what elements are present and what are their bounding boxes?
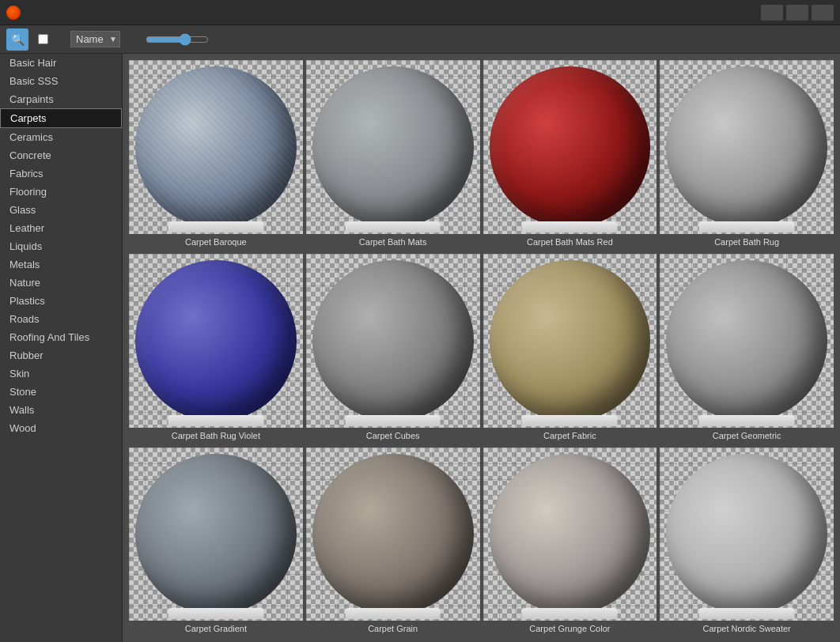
sidebar-item-fabrics[interactable]: Fabrics — [0, 164, 122, 183]
material-sphere — [666, 260, 827, 421]
toolbar: 🔍 Name Date Size ▼ — [0, 25, 840, 54]
favorite-only-checkbox[interactable] — [38, 34, 48, 44]
material-label: Carpet Nordic Sweater — [660, 621, 834, 637]
search-button[interactable]: 🔍 — [6, 28, 28, 51]
pedestal — [345, 608, 441, 619]
material-label: Carpet Grain — [306, 621, 480, 637]
pedestal — [168, 221, 263, 232]
app-icon — [6, 6, 21, 20]
sidebar-item-roads[interactable]: Roads — [0, 310, 122, 328]
material-item-carpet-grain[interactable]: Carpet Grain — [306, 448, 480, 638]
minimize-button[interactable] — [761, 5, 783, 21]
sidebar-item-wood[interactable]: Wood — [0, 419, 122, 437]
sidebar-item-plastics[interactable]: Plastics — [0, 292, 122, 310]
pedestal — [345, 221, 441, 232]
material-item-carpet-geometric[interactable]: Carpet Geometric — [660, 254, 834, 444]
material-item-carpet-baroque[interactable]: Carpet Baroque — [129, 60, 303, 251]
material-label: Carpet Bath Rug Violet — [129, 428, 303, 444]
material-item-carpet-bath-mats[interactable]: Carpet Bath Mats — [306, 60, 480, 251]
sidebar-item-leather[interactable]: Leather — [0, 219, 122, 237]
size-slider[interactable] — [146, 33, 209, 46]
material-sphere — [312, 66, 474, 228]
pedestal — [522, 415, 618, 426]
sidebar-item-rubber[interactable]: Rubber — [0, 346, 122, 364]
sidebar: Basic HairBasic SSSCarpaintsCarpetsCeram… — [0, 54, 123, 642]
sidebar-item-basic-sss[interactable]: Basic SSS — [0, 72, 122, 90]
main-layout: Basic HairBasic SSSCarpaintsCarpetsCeram… — [0, 54, 840, 642]
material-label: Carpet Cubes — [306, 428, 480, 444]
pedestal — [168, 415, 263, 426]
window-controls — [761, 5, 834, 21]
sort-select[interactable]: Name Date Size — [70, 31, 120, 47]
pedestal — [699, 415, 795, 426]
material-label: Carpet Gradient — [129, 621, 303, 637]
sidebar-item-metals[interactable]: Metals — [0, 255, 122, 274]
sidebar-item-concrete[interactable]: Concrete — [0, 146, 122, 164]
material-sphere — [666, 454, 827, 615]
pedestal — [168, 608, 263, 619]
material-label: Carpet Fabric — [483, 428, 657, 444]
material-item-carpet-cubes[interactable]: Carpet Cubes — [306, 254, 480, 444]
sidebar-item-basic-hair[interactable]: Basic Hair — [0, 54, 122, 72]
pedestal — [522, 608, 618, 619]
material-sphere — [135, 454, 297, 615]
material-item-carpet-bath-mats-red[interactable]: Carpet Bath Mats Red — [483, 60, 657, 251]
material-label: Carpet Bath Mats — [306, 234, 480, 251]
sidebar-item-walls[interactable]: Walls — [0, 401, 122, 419]
sidebar-item-roofing-and-tiles[interactable]: Roofing And Tiles — [0, 328, 122, 346]
material-item-carpet-nordic-sweater[interactable]: Carpet Nordic Sweater — [660, 448, 834, 638]
restore-button[interactable] — [786, 5, 808, 21]
pedestal — [699, 221, 795, 232]
sidebar-item-carpaints[interactable]: Carpaints — [0, 90, 122, 108]
material-sphere — [490, 454, 651, 615]
material-label: Carpet Bath Rug — [660, 234, 834, 251]
material-label: Carpet Grunge Color — [483, 621, 657, 637]
pedestal — [345, 415, 441, 426]
sidebar-item-stone[interactable]: Stone — [0, 383, 122, 401]
material-item-carpet-bath-rug[interactable]: Carpet Bath Rug — [660, 60, 834, 251]
material-item-carpet-gradient[interactable]: Carpet Gradient — [129, 448, 303, 638]
material-item-carpet-fabric[interactable]: Carpet Fabric — [483, 254, 657, 444]
material-sphere — [312, 454, 474, 615]
sidebar-item-glass[interactable]: Glass — [0, 201, 122, 219]
pedestal — [699, 608, 795, 619]
material-label: Carpet Bath Mats Red — [483, 234, 657, 251]
material-label: Carpet Baroque — [129, 234, 303, 251]
material-sphere — [666, 66, 827, 228]
material-sphere — [490, 66, 651, 228]
material-item-carpet-grunge-color[interactable]: Carpet Grunge Color — [483, 448, 657, 638]
material-item-carpet-bath-rug-violet[interactable]: Carpet Bath Rug Violet — [129, 254, 303, 444]
sidebar-item-ceramics[interactable]: Ceramics — [0, 128, 122, 146]
sidebar-item-nature[interactable]: Nature — [0, 274, 122, 292]
material-sphere — [135, 260, 297, 421]
sidebar-item-skin[interactable]: Skin — [0, 364, 122, 383]
material-sphere — [135, 66, 297, 228]
title-bar — [0, 0, 840, 25]
material-label: Carpet Geometric — [660, 428, 834, 444]
sort-select-wrap: Name Date Size ▼ — [70, 31, 120, 47]
material-sphere — [490, 260, 651, 421]
close-button[interactable] — [812, 5, 834, 21]
search-icon: 🔍 — [11, 33, 25, 46]
sidebar-item-flooring[interactable]: Flooring — [0, 183, 122, 201]
favorite-only-checkbox-wrap[interactable] — [38, 34, 51, 44]
content-area: Carpet BaroqueCarpet Bath MatsCarpet Bat… — [123, 54, 840, 642]
material-sphere — [312, 260, 474, 421]
pedestal — [522, 221, 618, 232]
sidebar-item-liquids[interactable]: Liquids — [0, 237, 122, 255]
sidebar-item-carpets[interactable]: Carpets — [0, 108, 122, 128]
